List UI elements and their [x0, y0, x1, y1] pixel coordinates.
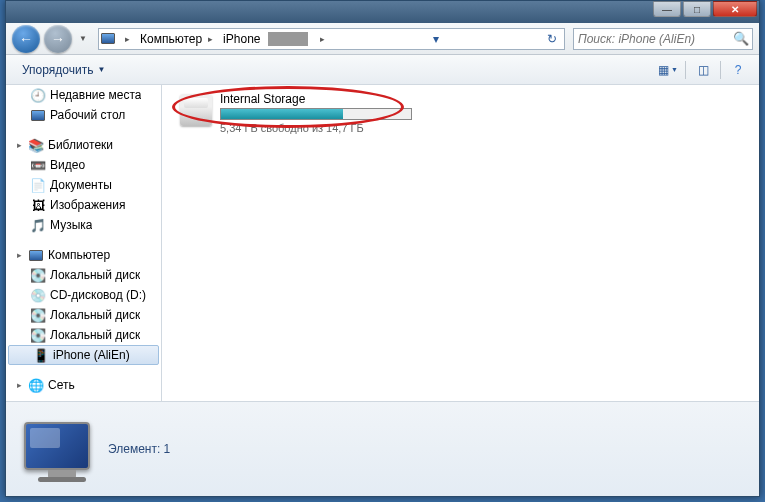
storage-name: Internal Storage	[220, 92, 412, 106]
storage-free-text: 5,34 ГБ свободно из 14,7 ГБ	[220, 122, 412, 134]
storage-item[interactable]: Internal Storage 5,34 ГБ свободно из 14,…	[176, 88, 416, 138]
search-icon[interactable]: 🔍	[733, 31, 749, 46]
nav-scroll[interactable]: 🕘Недавние места Рабочий стол ▸📚Библиотек…	[6, 85, 161, 401]
music-icon: 🎵	[30, 217, 46, 233]
sidebar-item-disk-2[interactable]: 💽Локальный диск	[6, 305, 161, 325]
navbar: ← → ▼ ▸ Компьютер▸ iPhone▸ ▾ ↻ 🔍	[6, 23, 759, 55]
cd-icon: 💿	[30, 287, 46, 303]
toolbar: Упорядочить▼ ▦▼ ◫ ?	[6, 55, 759, 85]
sidebar-network[interactable]: ▸🌐Сеть	[6, 375, 161, 395]
maximize-button[interactable]: □	[683, 1, 711, 17]
storage-bar	[220, 108, 412, 120]
breadcrumb-computer[interactable]: Компьютер▸	[134, 29, 217, 49]
titlebar: — □ ✕	[6, 1, 759, 23]
details-text: Элемент: 1	[108, 442, 170, 456]
network-icon: 🌐	[28, 377, 44, 393]
drive-icon: 💽	[30, 307, 46, 323]
location-icon	[101, 31, 119, 47]
sidebar-item-disk-0[interactable]: 💽Локальный диск	[6, 265, 161, 285]
back-button[interactable]: ←	[12, 25, 40, 53]
sidebar-item-recent[interactable]: 🕘Недавние места	[6, 85, 161, 105]
minimize-button[interactable]: —	[653, 1, 681, 17]
computer-icon	[28, 247, 44, 263]
search-box[interactable]: 🔍	[573, 28, 753, 50]
navigation-pane: 🕘Недавние места Рабочий стол ▸📚Библиотек…	[6, 85, 161, 401]
refresh-button[interactable]: ↻	[542, 32, 562, 46]
search-input[interactable]	[578, 32, 729, 46]
organize-button[interactable]: Упорядочить▼	[14, 60, 113, 80]
expand-icon[interactable]: ▸	[14, 140, 24, 150]
images-icon: 🖼	[30, 197, 46, 213]
breadcrumb-root[interactable]: ▸	[119, 29, 134, 49]
sidebar-item-documents[interactable]: 📄Документы	[6, 175, 161, 195]
expand-icon[interactable]: ▸	[14, 380, 24, 390]
sidebar-item-music[interactable]: 🎵Музыка	[6, 215, 161, 235]
sidebar-item-desktop[interactable]: Рабочий стол	[6, 105, 161, 125]
sidebar-item-video[interactable]: 📼Видео	[6, 155, 161, 175]
sidebar-item-cd[interactable]: 💿CD-дисковод (D:)	[6, 285, 161, 305]
drive-icon: 💽	[30, 327, 46, 343]
sidebar-computer[interactable]: ▸Компьютер	[6, 245, 161, 265]
address-bar[interactable]: ▸ Компьютер▸ iPhone▸ ▾ ↻	[98, 28, 565, 50]
drive-icon: 💽	[30, 267, 46, 283]
view-button[interactable]: ▦▼	[655, 59, 681, 81]
preview-pane-button[interactable]: ◫	[690, 59, 716, 81]
details-thumbnail	[18, 418, 96, 480]
explorer-window: — □ ✕ ← → ▼ ▸ Компьютер▸ iPhone▸ ▾ ↻ 🔍 У…	[5, 0, 760, 497]
history-dropdown[interactable]: ▼	[76, 29, 90, 49]
close-button[interactable]: ✕	[713, 1, 757, 17]
sidebar-item-images[interactable]: 🖼Изображения	[6, 195, 161, 215]
phone-icon: 📱	[33, 347, 49, 363]
forward-button[interactable]: →	[44, 25, 72, 53]
desktop-icon	[30, 107, 46, 123]
video-icon: 📼	[30, 157, 46, 173]
sidebar-item-disk-3[interactable]: 💽Локальный диск	[6, 325, 161, 345]
libraries-icon: 📚	[28, 137, 44, 153]
breadcrumb-iphone[interactable]: iPhone▸	[217, 29, 329, 49]
drive-icon	[180, 94, 212, 126]
documents-icon: 📄	[30, 177, 46, 193]
sidebar-item-iphone[interactable]: 📱iPhone (AliEn)	[8, 345, 159, 365]
details-pane: Элемент: 1	[6, 401, 759, 496]
help-button[interactable]: ?	[725, 59, 751, 81]
recent-icon: 🕘	[30, 87, 46, 103]
sidebar-libraries[interactable]: ▸📚Библиотеки	[6, 135, 161, 155]
expand-icon[interactable]: ▸	[14, 250, 24, 260]
refresh-dropdown[interactable]: ▾	[426, 32, 446, 46]
content-pane[interactable]: Internal Storage 5,34 ГБ свободно из 14,…	[162, 85, 759, 401]
